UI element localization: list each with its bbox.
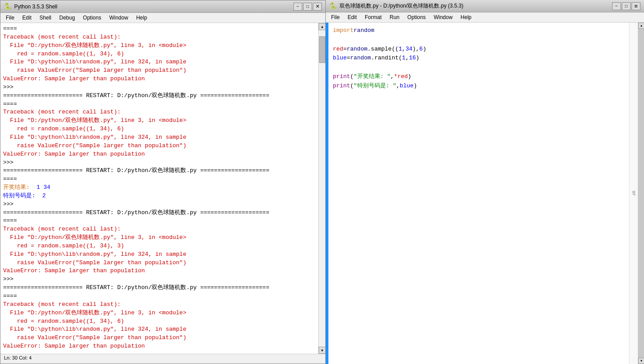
shell-close-button[interactable]: ✕ <box>313 3 322 11</box>
func-print1: print <box>333 72 350 82</box>
editor-title-bar: 🐍 双色球随机数.py - D:/python/双色球随机数.py (3.5.3… <box>326 0 644 12</box>
code-line-3: red = random . sample (( 1 , 34 ), 6 ) <box>333 45 624 54</box>
shell-separator: ======================= RESTART: D:/pyth… <box>3 209 316 217</box>
num-1: 1 <box>398 45 402 54</box>
shell-line: File "D:\python\lib\random.py", line 324… <box>3 133 316 142</box>
star-red: *red <box>394 72 408 82</box>
shell-line: ==== <box>3 25 316 33</box>
shell-line: >>> <box>3 83 316 92</box>
scroll-down-button[interactable]: ▼ <box>319 347 325 354</box>
shell-window-icon: 🐍 <box>4 3 12 10</box>
editor-title-text: 双色球随机数.py - D:/python/双色球随机数.py (3.5.3) <box>340 2 463 10</box>
scroll-up-button[interactable]: ▲ <box>319 23 325 30</box>
editor-window: 🐍 双色球随机数.py - D:/python/双色球随机数.py (3.5.3… <box>326 0 644 364</box>
shell-line: ==== <box>3 217 316 225</box>
shell-line: Traceback (most recent call last): <box>3 33 316 42</box>
editor-menu-format[interactable]: Format <box>361 13 385 21</box>
editor-scroll-down[interactable]: ▼ <box>638 358 644 364</box>
shell-window: 🐍 Python 3.5.3 Shell − □ ✕ File Edit She… <box>0 0 326 364</box>
scroll-thumb[interactable] <box>319 36 325 63</box>
shell-maximize-button[interactable]: □ <box>303 3 312 11</box>
shell-line: raise ValueError("Sample larger than pop… <box>3 67 316 75</box>
num-34: 34 <box>406 45 413 54</box>
shell-line: >>> <box>3 200 316 209</box>
func-sample: sample <box>371 45 392 54</box>
shell-line: ValueError: Sample larger than populatio… <box>3 150 316 159</box>
shell-menu-debug[interactable]: Debug <box>56 14 78 22</box>
shell-line: File "D:\python\lib\random.py", line 324… <box>3 250 316 259</box>
editor-menu-help[interactable]: Help <box>457 13 475 21</box>
editor-menu-edit[interactable]: Edit <box>344 13 360 21</box>
assign-op: = <box>343 45 347 54</box>
num-1b: 1 <box>402 54 406 63</box>
code-editor[interactable]: import random red = random . sample (( 1… <box>328 23 629 364</box>
editor-menu-run[interactable]: Run <box>386 13 403 21</box>
shell-menu-window[interactable]: Window <box>105 14 132 22</box>
shell-line: File "D:/python/双色球随机数.py", line 3, in <… <box>3 234 316 242</box>
label-or: or <box>631 191 636 196</box>
str-kaijiangjieguo: "开奖结果: " <box>354 72 390 82</box>
shell-line: Traceback (most recent call last): <box>3 108 316 117</box>
editor-minimize-button[interactable]: − <box>612 2 621 10</box>
num-6: 6 <box>419 45 423 54</box>
shell-status-bar: Ln: 30 Col: 4 <box>0 354 325 364</box>
editor-right-labels: or <box>629 23 638 364</box>
editor-menu-file[interactable]: File <box>328 13 343 21</box>
shell-line: red = random.sample((1, 34), 6) <box>3 50 316 59</box>
shell-line: 特别号码是: 2 <box>3 192 316 200</box>
module-ref2: random <box>350 54 371 63</box>
editor-content: import random red = random . sample (( 1… <box>326 23 644 364</box>
shell-menu-file[interactable]: File <box>2 14 18 22</box>
shell-scrollbar[interactable]: ▲ ▼ <box>318 23 325 354</box>
shell-separator: ======================= RESTART: D:/pyth… <box>3 92 316 100</box>
shell-line: File "D:\python\lib\random.py", line 324… <box>3 325 316 334</box>
shell-line: raise ValueError("Sample larger than pop… <box>3 259 316 267</box>
var-red: red <box>333 45 343 54</box>
shell-line: ==== <box>3 175 316 184</box>
code-line-6: print ( "开奖结果: " , *red ) <box>333 72 624 82</box>
shell-line: Traceback (most recent call last): <box>3 301 316 309</box>
shell-menu-edit[interactable]: Edit <box>19 14 35 22</box>
shell-line: >>> <box>3 275 316 284</box>
shell-line: File "D:/python/双色球随机数.py", line 3, in <… <box>3 117 316 125</box>
shell-line: File "D:/python/双色球随机数.py", line 3, in <… <box>3 309 316 317</box>
editor-menubar: File Edit Format Run Options Window Help <box>326 12 644 23</box>
shell-line: raise ValueError("Sample larger than pop… <box>3 334 316 342</box>
func-randint: randint <box>375 54 399 63</box>
shell-line: ValueError: Sample larger than populatio… <box>3 75 316 83</box>
func-print2: print <box>333 82 350 91</box>
var-blue2: blue <box>400 82 414 91</box>
shell-minimize-button[interactable]: − <box>293 3 302 11</box>
shell-line: >>> <box>3 351 316 352</box>
editor-scroll-up[interactable]: ▲ <box>638 23 644 29</box>
editor-menu-options[interactable]: Options <box>404 13 429 21</box>
shell-menu-shell[interactable]: Shell <box>36 14 55 22</box>
shell-line: 开奖结果: 1 34 <box>3 184 316 192</box>
editor-scrollbar[interactable]: ▲ ▼ <box>638 23 644 364</box>
code-line-1: import random <box>333 26 624 35</box>
editor-maximize-button[interactable]: □ <box>622 2 631 10</box>
shell-line: ==== <box>3 100 316 109</box>
shell-title-bar: 🐍 Python 3.5.3 Shell − □ ✕ <box>0 0 325 13</box>
shell-line: raise ValueError("Sample larger than pop… <box>3 142 316 150</box>
editor-menu-window[interactable]: Window <box>430 13 456 21</box>
keyword-import: import <box>333 26 354 35</box>
module-ref: random <box>347 45 367 54</box>
shell-menu-help[interactable]: Help <box>133 14 151 22</box>
shell-line: ValueError: Sample larger than populatio… <box>3 342 316 351</box>
editor-scroll-thumb[interactable] <box>639 29 644 358</box>
shell-line: File "D:/python/双色球随机数.py", line 3, in <… <box>3 42 316 50</box>
shell-title-text: Python 3.5.3 Shell <box>14 4 57 10</box>
scroll-track <box>319 30 325 347</box>
editor-window-icon: 🐍 <box>329 2 337 10</box>
shell-title-left: 🐍 Python 3.5.3 Shell <box>4 3 57 10</box>
code-line-7: print ( "特别号码是: " , blue ) <box>333 82 624 91</box>
var-blue: blue <box>333 54 347 63</box>
shell-line: File "D:\python\lib\random.py", line 324… <box>3 58 316 67</box>
shell-menu-options[interactable]: Options <box>79 14 105 22</box>
shell-line: ==== <box>3 292 316 301</box>
shell-separator: ======================= RESTART: D:/pyth… <box>3 167 316 175</box>
num-16: 16 <box>409 54 416 63</box>
system-icon-button[interactable]: ⊞ <box>632 2 640 10</box>
shell-line: Traceback (most recent call last): <box>3 225 316 234</box>
